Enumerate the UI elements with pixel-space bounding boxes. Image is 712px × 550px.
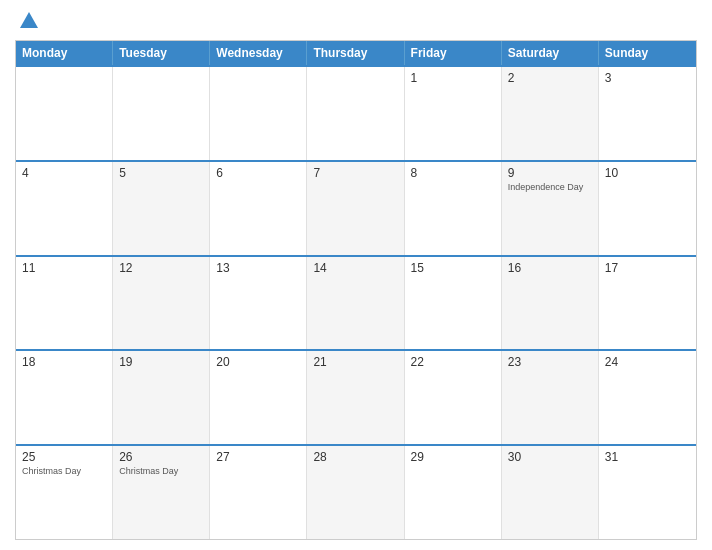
calendar-week-5: 25Christmas Day26Christmas Day2728293031 (16, 444, 696, 539)
calendar-cell: 11 (16, 257, 113, 350)
calendar-cell: 22 (405, 351, 502, 444)
calendar-cell (210, 67, 307, 160)
calendar-cell: 5 (113, 162, 210, 255)
holiday-label: Christmas Day (22, 466, 106, 477)
calendar-cell: 3 (599, 67, 696, 160)
calendar-week-4: 18192021222324 (16, 349, 696, 444)
calendar-cell: 4 (16, 162, 113, 255)
calendar-cell: 21 (307, 351, 404, 444)
weekday-thursday: Thursday (307, 41, 404, 65)
calendar-week-1: 123 (16, 65, 696, 160)
calendar-cell: 12 (113, 257, 210, 350)
calendar-cell: 13 (210, 257, 307, 350)
holiday-label: Christmas Day (119, 466, 203, 477)
calendar-cell: 26Christmas Day (113, 446, 210, 539)
calendar-body: 123456789Independence Day101112131415161… (16, 65, 696, 539)
weekday-wednesday: Wednesday (210, 41, 307, 65)
weekday-friday: Friday (405, 41, 502, 65)
day-number: 6 (216, 166, 300, 180)
calendar-cell: 18 (16, 351, 113, 444)
day-number: 4 (22, 166, 106, 180)
day-number: 30 (508, 450, 592, 464)
logo (15, 10, 40, 32)
calendar-week-2: 456789Independence Day10 (16, 160, 696, 255)
calendar-cell: 29 (405, 446, 502, 539)
calendar-cell: 9Independence Day (502, 162, 599, 255)
calendar-page: Monday Tuesday Wednesday Thursday Friday… (0, 0, 712, 550)
calendar-cell: 25Christmas Day (16, 446, 113, 539)
day-number: 29 (411, 450, 495, 464)
calendar-cell: 23 (502, 351, 599, 444)
day-number: 22 (411, 355, 495, 369)
calendar-cell: 2 (502, 67, 599, 160)
day-number: 7 (313, 166, 397, 180)
calendar-cell: 16 (502, 257, 599, 350)
day-number: 3 (605, 71, 690, 85)
day-number: 25 (22, 450, 106, 464)
calendar-week-3: 11121314151617 (16, 255, 696, 350)
day-number: 26 (119, 450, 203, 464)
day-number: 20 (216, 355, 300, 369)
day-number: 28 (313, 450, 397, 464)
calendar-cell: 31 (599, 446, 696, 539)
calendar-cell: 24 (599, 351, 696, 444)
holiday-label: Independence Day (508, 182, 592, 193)
day-number: 8 (411, 166, 495, 180)
day-number: 19 (119, 355, 203, 369)
calendar-cell (113, 67, 210, 160)
day-number: 31 (605, 450, 690, 464)
day-number: 17 (605, 261, 690, 275)
weekday-tuesday: Tuesday (113, 41, 210, 65)
day-number: 23 (508, 355, 592, 369)
day-number: 21 (313, 355, 397, 369)
day-number: 9 (508, 166, 592, 180)
day-number: 15 (411, 261, 495, 275)
logo-icon (18, 10, 40, 32)
calendar-cell: 6 (210, 162, 307, 255)
calendar-cell: 17 (599, 257, 696, 350)
day-number: 18 (22, 355, 106, 369)
day-number: 12 (119, 261, 203, 275)
calendar-cell: 10 (599, 162, 696, 255)
day-number: 24 (605, 355, 690, 369)
day-number: 10 (605, 166, 690, 180)
calendar-cell (307, 67, 404, 160)
day-number: 27 (216, 450, 300, 464)
header (15, 10, 697, 32)
calendar: Monday Tuesday Wednesday Thursday Friday… (15, 40, 697, 540)
calendar-cell: 19 (113, 351, 210, 444)
day-number: 14 (313, 261, 397, 275)
weekday-monday: Monday (16, 41, 113, 65)
calendar-cell: 27 (210, 446, 307, 539)
day-number: 13 (216, 261, 300, 275)
calendar-cell: 7 (307, 162, 404, 255)
day-number: 1 (411, 71, 495, 85)
svg-marker-0 (20, 12, 38, 28)
calendar-cell: 15 (405, 257, 502, 350)
day-number: 2 (508, 71, 592, 85)
calendar-cell: 20 (210, 351, 307, 444)
calendar-cell: 30 (502, 446, 599, 539)
day-number: 16 (508, 261, 592, 275)
calendar-cell: 8 (405, 162, 502, 255)
day-number: 5 (119, 166, 203, 180)
day-number: 11 (22, 261, 106, 275)
calendar-cell: 1 (405, 67, 502, 160)
calendar-cell: 28 (307, 446, 404, 539)
weekday-sunday: Sunday (599, 41, 696, 65)
calendar-cell (16, 67, 113, 160)
calendar-cell: 14 (307, 257, 404, 350)
calendar-header: Monday Tuesday Wednesday Thursday Friday… (16, 41, 696, 65)
weekday-saturday: Saturday (502, 41, 599, 65)
